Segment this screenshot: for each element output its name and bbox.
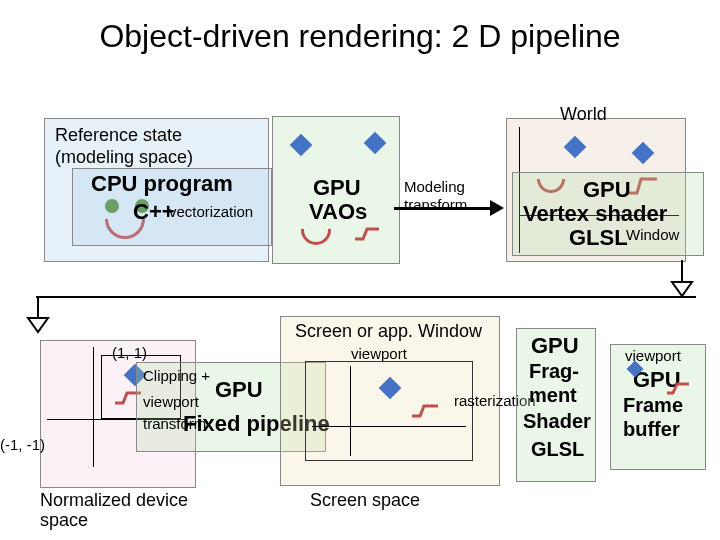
fixed-line2: viewport [143, 393, 199, 411]
frag-line3: Shader [523, 409, 591, 433]
glyph-diamond-icon [632, 142, 655, 165]
window-label: Window [626, 226, 679, 244]
screen-window-label: Screen or app. Window [295, 321, 482, 343]
vao-heading: GPU [313, 175, 361, 201]
frag-heading: GPU [531, 333, 579, 359]
fixed-heading: GPU [215, 377, 263, 403]
slide-title: Object-driven rendering: 2 D pipeline [0, 0, 720, 55]
ndc-coord-tr: (1, 1) [112, 344, 147, 362]
axis-y-icon [93, 347, 94, 467]
open-arrow-down-icon [20, 296, 56, 336]
world-label: World [560, 104, 607, 126]
vao-panel: GPU VAOs [272, 116, 400, 264]
vertex-sub: Vertex shader [523, 201, 667, 227]
frag-line1: Frag- [529, 359, 579, 383]
frag-lang: GLSL [531, 437, 584, 461]
viewport-label-1: viewport [351, 345, 407, 363]
svg-marker-0 [672, 282, 692, 296]
screen-viewport-box [305, 361, 473, 461]
glyph-diamond-icon [564, 136, 587, 159]
fixed-line1: Clipping + [143, 367, 210, 385]
ref-label-2: (modeling space) [55, 147, 193, 169]
frag-line2: ment [529, 383, 577, 407]
cpu-annot: vectorization [169, 203, 253, 221]
cpu-program-panel: CPU program C++ vectorization [72, 168, 272, 246]
modeling-line2: transform [404, 196, 467, 214]
svg-marker-1 [28, 318, 48, 332]
modeling-line1: Modeling [404, 178, 465, 196]
vertex-heading: GPU [583, 177, 631, 203]
ndc-coord-bl: (-1, -1) [0, 436, 45, 454]
glyph-tick-icon [410, 402, 438, 420]
glyph-diamond-icon [379, 377, 402, 400]
vao-sub: VAOs [309, 199, 367, 225]
vertex-lang: GLSL [569, 225, 628, 251]
cpu-heading: CPU program [91, 171, 233, 197]
screen-space-label: Screen space [310, 490, 420, 512]
glyph-tick-icon [665, 381, 693, 399]
axis-x-icon [312, 426, 466, 427]
fragment-shader-panel: GPU Frag- ment Shader GLSL [516, 328, 596, 482]
connector-rule [36, 296, 696, 298]
glyph-tick-icon [353, 225, 381, 243]
fb-sub2: buffer [623, 417, 680, 441]
open-arrow-down-icon [664, 258, 700, 298]
ndc-label-2: space [40, 510, 88, 532]
glyph-smile-icon [301, 229, 331, 245]
ndc-label-1: Normalized device [40, 490, 188, 512]
axis-y-icon [350, 366, 351, 456]
glyph-diamond-icon [290, 134, 313, 157]
ref-label-1: Reference state [55, 125, 182, 147]
frame-buffer-panel: viewport GPU Frame buffer [610, 344, 706, 470]
glyph-diamond-icon [364, 132, 387, 155]
